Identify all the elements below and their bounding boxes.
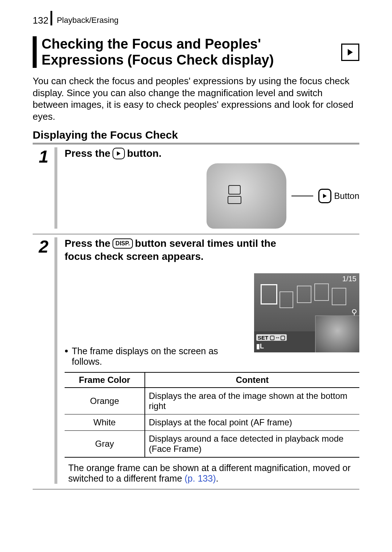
cell-color: Gray: [65, 431, 145, 458]
manual-page: 132 Playback/Erasing Checking the Focus …: [0, 0, 392, 552]
page-number: 132: [33, 11, 52, 25]
cell-content: Displays the area of the image shown at …: [145, 388, 359, 414]
gray-frame: [297, 286, 311, 303]
orange-frame: [261, 284, 277, 304]
focus-check-screen-illustration: 1/15 ⚲ SET▢↔▢ ▮L: [254, 273, 359, 352]
step-2: 2 Press the DISP. button several times u…: [33, 234, 359, 490]
table-header-content: Content: [145, 372, 359, 388]
cell-color: White: [65, 414, 145, 431]
table-row: Gray Displays around a face detected in …: [65, 431, 359, 458]
cell-content: Displays around a face detected in playb…: [145, 431, 359, 458]
disp-button-icon: DISP.: [113, 238, 133, 249]
note-tail: .: [216, 473, 219, 483]
step-2-title-line2: focus check screen appears.: [65, 250, 359, 263]
cell-content: Displays at the focal point (AF frame): [145, 414, 359, 431]
button-label: Button: [334, 191, 359, 201]
step-2-bullet-1: The frame displays on the screen as foll…: [65, 346, 248, 367]
bullet-icon: [65, 346, 68, 367]
page-title: Checking the Focus and Peoples' Expressi…: [42, 36, 342, 68]
gray-frame: [279, 291, 293, 308]
zoom-thumbnail: [315, 315, 359, 352]
intro-paragraph: You can check the focus and peoples' exp…: [33, 75, 359, 122]
step-number: 1: [33, 147, 54, 165]
step-2-title-mid: button several times until the: [135, 237, 276, 250]
gray-frame: [314, 283, 329, 301]
table-header-color: Frame Color: [65, 372, 145, 388]
bullet-text: The frame displays on the screen as foll…: [72, 346, 248, 367]
cell-color: Orange: [65, 388, 145, 414]
step-2-note: The orange frame can be shown at a diffe…: [65, 463, 359, 484]
set-button-label: SET▢↔▢: [256, 334, 287, 341]
step-2-title-prefix: Press the: [65, 237, 110, 250]
page-header: 132 Playback/Erasing: [33, 11, 359, 25]
step-1-title-prefix: Press the: [65, 147, 110, 160]
table-row: Orange Displays the area of the image sh…: [65, 388, 359, 414]
step-1-title-suffix: button.: [127, 147, 162, 160]
playback-button-icon: [113, 148, 125, 159]
gray-frame: [332, 288, 346, 305]
title-accent-bar: [33, 36, 37, 68]
note-text-wrap: The orange frame can be shown at a diffe…: [68, 463, 359, 484]
title-block: Checking the Focus and Peoples' Expressi…: [33, 36, 359, 68]
subheading: Displaying the Focus Check: [33, 129, 359, 144]
image-counter: 1/15: [342, 275, 356, 283]
step-1-title: Press the button.: [65, 147, 359, 160]
steps-list: 1 Press the button. Button: [33, 144, 359, 490]
page-reference-link[interactable]: (p. 133): [185, 473, 216, 483]
frame-color-table: Frame Color Content Orange Displays the …: [65, 372, 359, 458]
camera-body-illustration: [207, 163, 286, 229]
step-number: 2: [33, 237, 54, 255]
camera-illustration: Button: [65, 163, 359, 229]
quality-indicator: ▮L: [256, 342, 264, 350]
playback-button-icon: [318, 189, 331, 203]
step-1: 1 Press the button. Button: [33, 144, 359, 234]
table-row: White Displays at the focal point (AF fr…: [65, 414, 359, 431]
step-2-title: Press the DISP. button several times unt…: [65, 237, 359, 250]
callout-line: [291, 196, 313, 196]
section-label: Playback/Erasing: [52, 11, 118, 25]
playback-mode-icon: [341, 44, 359, 61]
